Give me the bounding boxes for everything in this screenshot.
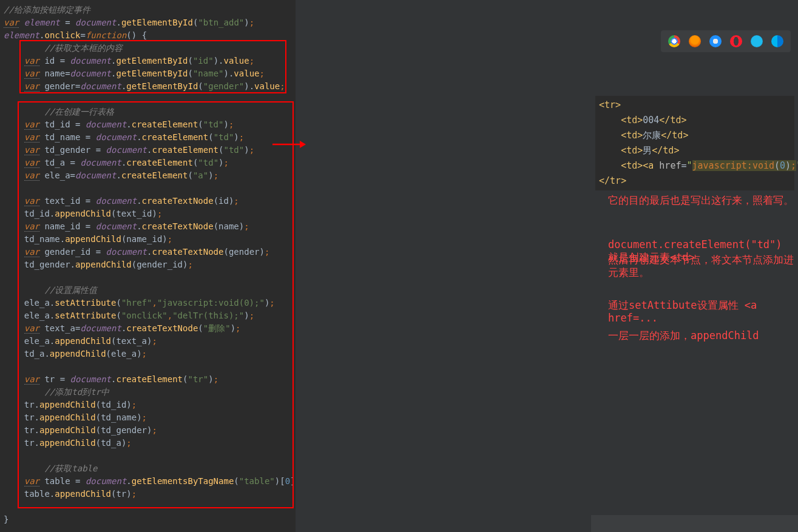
edge-icon[interactable] (771, 35, 783, 47)
svg-marker-1 (300, 141, 306, 148)
status-bar (591, 515, 798, 532)
opera-icon[interactable] (730, 35, 742, 47)
firefox-icon[interactable] (689, 35, 701, 47)
main-layout: //给添加按钮绑定事件 var element = document.getEl… (0, 0, 798, 532)
safari-icon[interactable] (709, 35, 722, 47)
html-output-snippet: <tr> <td>004</td> <td>尔康</td> <td>男</td>… (595, 96, 794, 190)
code-editor-left[interactable]: //给添加按钮绑定事件 var element = document.getEl… (0, 0, 296, 532)
annotation-note-4: 通过setAttibute设置属性 <a href=... (608, 299, 798, 325)
arrow-icon (272, 138, 306, 150)
preview-notes-pane: <tr> <td>004</td> <td>尔康</td> <td>男</td>… (296, 0, 798, 532)
ie-icon[interactable] (751, 35, 763, 47)
annotation-note-1: 它的目的最后也是写出这行来，照着写。 (608, 194, 794, 207)
chrome-icon[interactable] (668, 35, 680, 47)
javascript-code: //给添加按钮绑定事件 var element = document.getEl… (4, 4, 296, 526)
annotation-note-3: 然后再创建文本节点，将文本节点添加进 元素里。 (608, 254, 798, 279)
annotation-note-5: 一层一层的添加，appendChild (608, 329, 759, 342)
browser-icons-bar (661, 30, 791, 52)
